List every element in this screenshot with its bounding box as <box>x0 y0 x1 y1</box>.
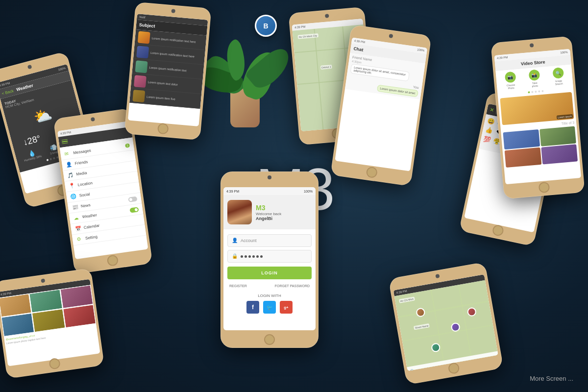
messages-badge: 3 <box>125 143 130 147</box>
hamburger-icon[interactable] <box>62 139 68 144</box>
phone-camera <box>268 175 271 179</box>
home-button[interactable] <box>447 362 460 374</box>
notif-thumb-5 <box>132 90 145 102</box>
menu-body: ✉ Messages 3 👤 Friends 🎵 Media 📍 Locatio… <box>60 138 147 248</box>
user-icon: 👤 <box>232 238 238 244</box>
notif-text-3: Lorem ipsum notification text <box>149 66 187 72</box>
phone-camera <box>171 9 175 13</box>
logo-icon: B <box>263 22 268 30</box>
emoji-cell[interactable]: 💯 <box>482 135 492 145</box>
close-icon[interactable]: ✕ <box>490 107 494 113</box>
emoji-cell[interactable]: 👍 <box>484 125 494 135</box>
temp-low: ↓28° <box>22 133 42 148</box>
menu-screen: 4:39 PM ✉ Messages 3 👤 Friends 🎵 Media <box>57 121 148 259</box>
notif-thumb-2 <box>136 46 149 58</box>
map-label-2: District 1 <box>320 65 332 70</box>
dot-3 <box>248 255 251 258</box>
weather-icon: ☁ <box>73 215 80 221</box>
home-button[interactable] <box>366 166 378 178</box>
dot-1 <box>241 255 243 258</box>
chat-time: 4:39 PM <box>354 39 365 44</box>
friends-icon: 👤 <box>66 161 73 168</box>
gallery-time: 4:39 PM <box>0 292 11 296</box>
search-icon: 🔍 <box>410 368 416 371</box>
dot-2 <box>49 158 52 160</box>
take-photo-label: Takephoto <box>532 81 539 88</box>
video-screen: 4:29 PM 100% Video Store 📷 ChoosePhoto 📸… <box>494 49 581 185</box>
notif-screen: Notif Subject Lorem ipsum notification t… <box>128 14 208 126</box>
map-road-v2 <box>458 285 473 366</box>
facebook-login-btn[interactable]: f <box>246 301 259 314</box>
setting-icon: ⚙ <box>76 236 83 243</box>
video-thumb-1[interactable] <box>503 129 539 149</box>
messages-icon: ✉ <box>64 150 71 157</box>
menu-time: 4:39 PM <box>60 131 71 135</box>
video-thumb-3[interactable] <box>505 147 541 168</box>
video-store-phone: 4:29 PM 100% Video Store 📷 ChoosePhoto 📸… <box>490 36 585 199</box>
take-photo-item[interactable]: 📸 Takephoto <box>528 69 540 88</box>
mapbig-label-2: Street Name <box>414 323 430 330</box>
forget-password-link[interactable]: FORGET PASSWORD <box>275 284 310 288</box>
news-toggle[interactable] <box>128 196 137 202</box>
video-dot-2 <box>531 91 533 93</box>
video-dot-5 <box>541 90 543 92</box>
weather-toggle[interactable] <box>129 207 139 213</box>
home-button[interactable] <box>49 358 61 370</box>
image-search-label: ImageSearch <box>555 79 563 85</box>
choose-photo-label: ChoosePhoto <box>507 83 515 90</box>
googleplus-icon: g+ <box>284 305 289 310</box>
weather-cloud-icon: ⛅ <box>32 105 54 126</box>
choose-photo-item[interactable]: 📷 ChoosePhoto <box>504 72 516 90</box>
gallery-screen: 4:39 PM @username/longtag_url.co Lorem i… <box>0 279 100 367</box>
login-avatar <box>227 200 252 224</box>
home-button[interactable] <box>264 334 275 345</box>
notif-text-5: Lorem ipsum item five <box>147 95 175 100</box>
video-thumb-2[interactable] <box>539 126 576 147</box>
password-field[interactable]: 🔒 <box>227 250 312 263</box>
dot-1 <box>47 159 49 161</box>
map-road-v1 <box>314 29 324 131</box>
account-field[interactable]: 👤 Account <box>227 234 312 247</box>
video-battery: 100% <box>560 50 568 54</box>
mapbig-avatar-4 <box>466 307 477 317</box>
notif-title: Subject <box>139 23 155 29</box>
register-link[interactable]: REGISTER <box>229 284 247 288</box>
googleplus-login-btn[interactable]: g+ <box>280 301 293 314</box>
phone-camera <box>324 14 329 18</box>
take-photo-icon: 📸 <box>528 69 540 81</box>
humidity-stat: 💧 Humidity 39% <box>22 148 42 162</box>
login-btn-label: LOGIN <box>261 270 278 275</box>
username-text: AngelBi <box>256 216 281 221</box>
social-icons: f 🐦 g+ <box>246 301 293 314</box>
dot-6 <box>260 255 263 258</box>
mapbig-label-1: Ho Chi Minh <box>399 296 415 303</box>
twitter-login-btn[interactable]: 🐦 <box>263 301 276 314</box>
password-dots <box>241 255 263 258</box>
chat-screen: 4:39 PM 100% Chat Friend Name 4:30pm Lor… <box>335 37 427 171</box>
plant-decoration <box>211 39 279 147</box>
emoji-cell[interactable]: 😀 <box>486 117 496 126</box>
you-name: You <box>413 85 419 90</box>
video-main-thumb[interactable]: Lorem ipsum <box>500 92 574 125</box>
more-screen-label: More Screen ... <box>530 375 573 382</box>
twitter-icon: 🐦 <box>267 305 272 310</box>
notification-phone: Notif Subject Lorem ipsum notification t… <box>124 2 212 140</box>
avatar-image <box>227 200 252 224</box>
home-button[interactable] <box>157 123 169 135</box>
mapbig-avatar-3 <box>431 342 441 352</box>
notif-thumb-4 <box>134 75 147 88</box>
choose-photo-icon: 📷 <box>504 72 516 83</box>
weather-back-btn[interactable]: < Back <box>1 88 14 96</box>
media-icon: 🎵 <box>67 172 74 179</box>
video-thumb-4[interactable] <box>541 144 578 164</box>
video-main-label: Lorem ipsum <box>557 114 573 120</box>
news-icon: 📰 <box>72 204 78 211</box>
image-search-item[interactable]: 🔍 ImageSearch <box>552 67 564 86</box>
facebook-icon: f <box>252 304 254 311</box>
home-button[interactable] <box>538 182 550 194</box>
search-text: Search location... <box>417 365 440 371</box>
login-button[interactable]: LOGIN <box>227 267 312 279</box>
login-info: M3 Welcome back AngelBi <box>256 204 281 221</box>
home-button[interactable] <box>106 254 119 267</box>
chat-title: Chat <box>353 46 364 52</box>
